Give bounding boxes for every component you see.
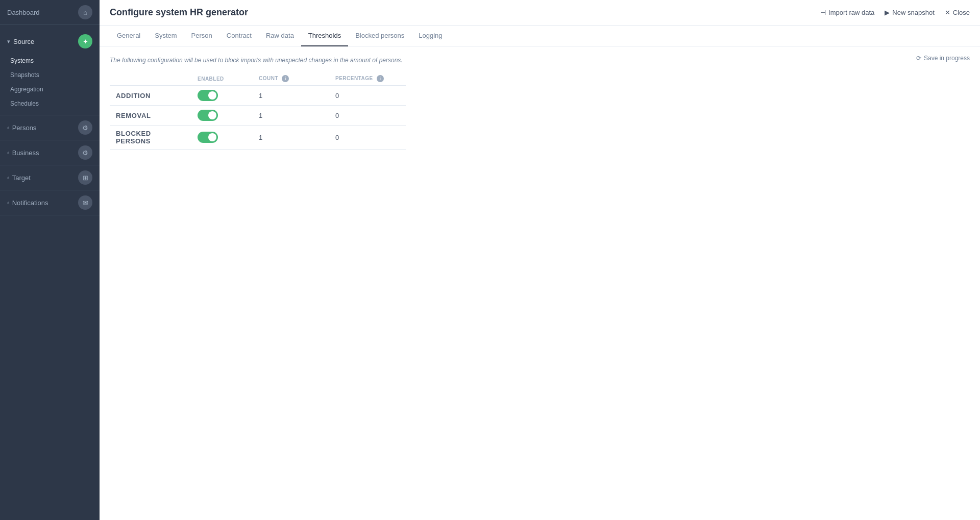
table-row: BLOCKED PERSONS10 xyxy=(110,126,406,150)
business-icon-button[interactable]: ⚙ xyxy=(78,145,92,160)
target-label: Target xyxy=(12,174,31,182)
toggle-0[interactable] xyxy=(198,90,218,101)
source-label: Source xyxy=(13,38,34,45)
business-label: Business xyxy=(12,149,39,157)
sidebar-section-source: ▾ Source ✦ Systems Snapshots Aggregation… xyxy=(0,25,100,115)
count-cell-2: 1 xyxy=(253,126,329,150)
persons-icon-button[interactable]: ⚙ xyxy=(78,120,92,135)
notifications-chevron: ‹ xyxy=(7,200,9,206)
tab-contract[interactable]: Contract xyxy=(219,26,259,46)
topbar-actions: ⊣ Import raw data ▶ New snapshot ✕ Close xyxy=(820,9,970,16)
sidebar-sub-aggregation[interactable]: Aggregation xyxy=(0,82,100,96)
percentage-cell-0: 0 xyxy=(329,86,406,106)
close-icon: ✕ xyxy=(945,9,950,16)
page-title: Configure system HR generator xyxy=(110,7,248,18)
sidebar-sub-snapshots[interactable]: Snapshots xyxy=(0,68,100,82)
tabs-bar: General System Person Contract Raw data … xyxy=(100,26,980,46)
col-header-percentage: PERCENTAGE i xyxy=(329,72,406,86)
percentage-cell-2: 0 xyxy=(329,126,406,150)
percentage-info-icon[interactable]: i xyxy=(377,75,384,82)
play-icon: ▶ xyxy=(885,9,890,16)
persons-chevron: ‹ xyxy=(7,125,9,131)
count-cell-0: 1 xyxy=(253,86,329,106)
new-snapshot-button[interactable]: ▶ New snapshot xyxy=(885,9,934,16)
row-label-0: ADDITION xyxy=(110,86,191,106)
close-button[interactable]: ✕ Close xyxy=(945,9,970,16)
save-status: ⟳ Save in progress xyxy=(916,55,970,62)
tab-raw-data[interactable]: Raw data xyxy=(259,26,301,46)
sidebar-sub-systems[interactable]: Systems xyxy=(0,54,100,68)
col-header-enabled: ENABLED xyxy=(191,72,253,86)
sidebar-item-source[interactable]: ▾ Source ✦ xyxy=(0,29,100,54)
topbar: Configure system HR generator ⊣ Import r… xyxy=(100,0,980,26)
target-icon-button[interactable]: ⊞ xyxy=(78,170,92,185)
source-icon-button[interactable]: ✦ xyxy=(78,34,92,48)
row-label-1: REMOVAL xyxy=(110,106,191,126)
sidebar-item-business[interactable]: ‹ Business ⚙ xyxy=(0,140,100,165)
sidebar: Dashboard ⌂ ▾ Source ✦ Systems Snapshots… xyxy=(0,0,100,520)
tab-general[interactable]: General xyxy=(110,26,148,46)
toggle-2[interactable] xyxy=(198,132,218,143)
sidebar-item-notifications[interactable]: ‹ Notifications ✉ xyxy=(0,190,100,215)
tab-system[interactable]: System xyxy=(148,26,184,46)
toggle-cell-0 xyxy=(191,86,253,106)
threshold-table: ENABLED COUNT i PERCENTAGE i ADDITION10R… xyxy=(110,72,406,150)
import-icon: ⊣ xyxy=(820,9,826,16)
save-spinner-icon: ⟳ xyxy=(916,55,921,62)
tab-blocked-persons[interactable]: Blocked persons xyxy=(348,26,411,46)
main-content: Configure system HR generator ⊣ Import r… xyxy=(100,0,980,520)
toggle-cell-1 xyxy=(191,106,253,126)
table-row: REMOVAL10 xyxy=(110,106,406,126)
row-label-2: BLOCKED PERSONS xyxy=(110,126,191,150)
count-info-icon[interactable]: i xyxy=(282,75,289,82)
col-header-row-label xyxy=(110,72,191,86)
tab-person[interactable]: Person xyxy=(184,26,219,46)
persons-label: Persons xyxy=(12,124,37,132)
target-chevron: ‹ xyxy=(7,175,9,181)
toggle-1[interactable] xyxy=(198,110,218,121)
sidebar-item-persons[interactable]: ‹ Persons ⚙ xyxy=(0,115,100,140)
notifications-icon-button[interactable]: ✉ xyxy=(78,195,92,210)
content-description: The following configuration will be used… xyxy=(110,57,970,64)
dashboard-label: Dashboard xyxy=(7,9,40,16)
notifications-label: Notifications xyxy=(12,199,48,207)
business-chevron: ‹ xyxy=(7,150,9,156)
table-row: ADDITION10 xyxy=(110,86,406,106)
sidebar-item-dashboard[interactable]: Dashboard ⌂ xyxy=(0,0,100,25)
source-chevron: ▾ xyxy=(7,38,10,45)
toggle-cell-2 xyxy=(191,126,253,150)
col-header-count: COUNT i xyxy=(253,72,329,86)
count-cell-1: 1 xyxy=(253,106,329,126)
content-area: ⟳ Save in progress The following configu… xyxy=(100,46,980,520)
percentage-cell-1: 0 xyxy=(329,106,406,126)
tab-logging[interactable]: Logging xyxy=(411,26,449,46)
tab-thresholds[interactable]: Thresholds xyxy=(301,26,348,46)
dashboard-icon: ⌂ xyxy=(78,5,92,19)
import-raw-data-button[interactable]: ⊣ Import raw data xyxy=(820,9,874,16)
sidebar-sub-schedules[interactable]: Schedules xyxy=(0,96,100,111)
sidebar-item-target[interactable]: ‹ Target ⊞ xyxy=(0,165,100,190)
